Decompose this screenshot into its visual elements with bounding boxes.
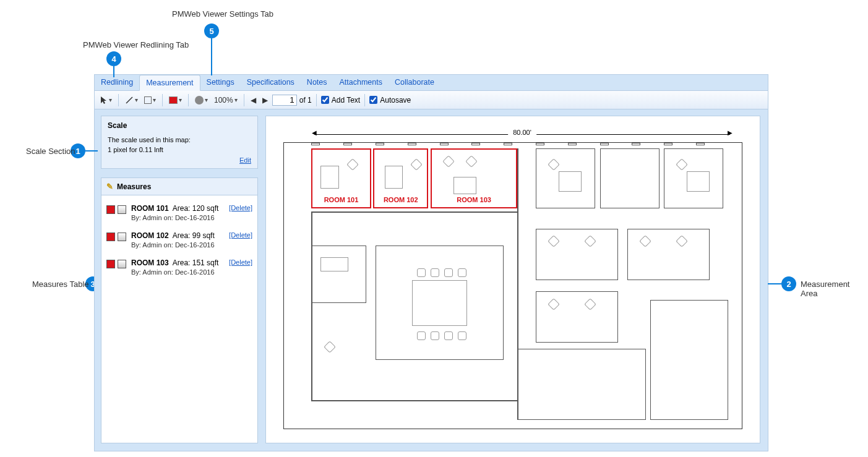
measure-swatch-outline[interactable] (118, 233, 126, 241)
scale-desc2: 1 pixel for 0.11 lnft (108, 146, 251, 153)
tab-settings[interactable]: Settings (200, 75, 241, 90)
svg-line-0 (126, 97, 132, 103)
measure-row: ROOM 102 Area: 99 sqft By: Admin on: Dec… (105, 228, 254, 255)
add-text-checkbox[interactable] (321, 96, 329, 104)
measure-by: By: Admin on: Dec-16-2016 (131, 214, 224, 221)
pointer-tool[interactable]: ▾ (98, 95, 114, 106)
page-of: of 1 (299, 96, 312, 105)
viewer-window: Redlining Measurement Settings Specifica… (94, 74, 768, 451)
measure-area: Area: 99 sqft (173, 231, 215, 240)
measure-delete[interactable]: [Delete] (229, 258, 252, 266)
tab-collaborate[interactable]: Collaborate (389, 75, 440, 90)
annot-measurement-area: Measurement Area (801, 280, 868, 298)
measure-delete[interactable]: [Delete] (229, 231, 252, 239)
toolbar: ▾ ▾ ▾ ▾ ▾ 100% ▾ ◀ ▶ of 1 Add Text Autos… (95, 91, 768, 109)
tab-measurement[interactable]: Measurement (139, 75, 200, 91)
tabs-bar: Redlining Measurement Settings Specifica… (95, 75, 768, 91)
tab-redlining[interactable]: Redlining (95, 75, 139, 90)
scale-desc1: The scale used in this map: (108, 136, 251, 143)
tab-attachments[interactable]: Attachments (333, 75, 389, 90)
measure-area: Area: 151 sqft (173, 258, 219, 267)
measure-row: ROOM 103 Area: 151 sqft By: Admin on: De… (105, 255, 254, 282)
floor-plan: ROOM 101 ROOM 102 ROOM 103 (283, 142, 742, 429)
line-tool[interactable]: ▾ (123, 95, 140, 106)
annot-measures: Measures Table (32, 280, 89, 289)
annot-scale: Scale Section (26, 147, 75, 156)
measure-area: Area: 120 sqft (173, 204, 219, 213)
measure-by: By: Admin on: Dec-16-2016 (131, 268, 224, 276)
measures-panel: Measures ROOM 101 Area: 120 sqft By: Adm… (101, 177, 258, 443)
page-prev[interactable]: ◀ (249, 95, 258, 106)
color-fill-red[interactable]: ▾ (167, 95, 184, 105)
drawing-area[interactable]: 80.00' ROOM 101 ROOM 102 ROOM 103 (265, 116, 760, 443)
tab-notes[interactable]: Notes (301, 75, 333, 90)
scale-title: Scale (108, 121, 251, 130)
measure-row: ROOM 101 Area: 120 sqft By: Admin on: De… (105, 200, 254, 228)
dimension-line: 80.00' (314, 130, 730, 139)
dimension-label: 80.00' (508, 129, 536, 136)
measure-swatch-red[interactable] (106, 233, 115, 241)
scale-edit-link[interactable]: Edit (239, 156, 251, 164)
measure-delete[interactable]: [Delete] (229, 204, 252, 211)
measure-swatch-outline[interactable] (118, 260, 126, 268)
tab-specifications[interactable]: Specifications (241, 75, 301, 90)
scale-panel: Scale The scale used in this map: 1 pixe… (101, 116, 258, 169)
callout-4: 4 (106, 51, 121, 66)
callout-5: 5 (204, 23, 219, 38)
measure-name: ROOM 103 (131, 258, 169, 267)
measure-by: By: Admin on: Dec-16-2016 (131, 241, 224, 249)
measures-list: ROOM 101 Area: 120 sqft By: Admin on: De… (101, 195, 257, 287)
rect-tool[interactable]: ▾ (142, 95, 158, 105)
measure-swatch-red[interactable] (106, 205, 115, 214)
autosave-checkbox[interactable] (369, 96, 377, 104)
page-next[interactable]: ▶ (260, 95, 270, 106)
zoom-dropdown[interactable]: 100% ▾ (212, 95, 239, 106)
measure-name: ROOM 102 (131, 231, 169, 240)
measure-name: ROOM 101 (131, 204, 169, 213)
annot-redlining-tab: PMWeb Viewer Redlining Tab (83, 40, 189, 49)
measures-title: Measures (117, 182, 151, 191)
autosave-label: Autosave (380, 96, 411, 105)
measure-swatch-outline[interactable] (118, 205, 126, 214)
annot-settings-tab: PMWeb Viewer Settings Tab (172, 9, 273, 19)
callout-2: 2 (781, 276, 796, 291)
pencil-icon (106, 182, 113, 191)
add-text-label: Add Text (332, 96, 360, 105)
page-input[interactable] (272, 95, 297, 106)
measure-swatch-red[interactable] (106, 260, 115, 268)
circle-tool[interactable]: ▾ (193, 95, 210, 106)
